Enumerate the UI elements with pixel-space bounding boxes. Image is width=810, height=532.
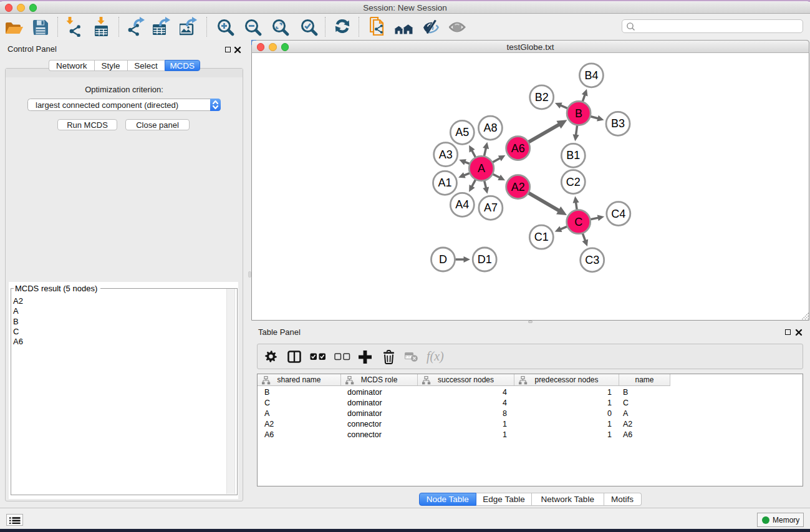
svg-text:B: B <box>575 107 582 120</box>
svg-text:A2: A2 <box>511 181 525 193</box>
svg-text:A5: A5 <box>455 126 469 138</box>
svg-text:A: A <box>478 162 485 175</box>
svg-text:B1: B1 <box>566 149 580 162</box>
svg-text:C: C <box>574 216 582 228</box>
svg-text:A7: A7 <box>484 201 498 214</box>
svg-text:C1: C1 <box>534 231 549 243</box>
svg-text:D1: D1 <box>478 253 492 266</box>
svg-text:C3: C3 <box>585 254 599 266</box>
svg-text:A3: A3 <box>439 148 453 161</box>
svg-text:C4: C4 <box>611 208 625 220</box>
svg-text:C2: C2 <box>566 176 581 188</box>
svg-text:B4: B4 <box>584 69 598 82</box>
svg-text:A6: A6 <box>511 142 525 155</box>
svg-text:B2: B2 <box>535 91 549 104</box>
svg-text:D: D <box>439 253 447 266</box>
svg-text:A4: A4 <box>455 198 469 211</box>
svg-text:A1: A1 <box>438 177 451 189</box>
svg-text:B3: B3 <box>611 117 625 130</box>
svg-text:A8: A8 <box>483 122 497 134</box>
